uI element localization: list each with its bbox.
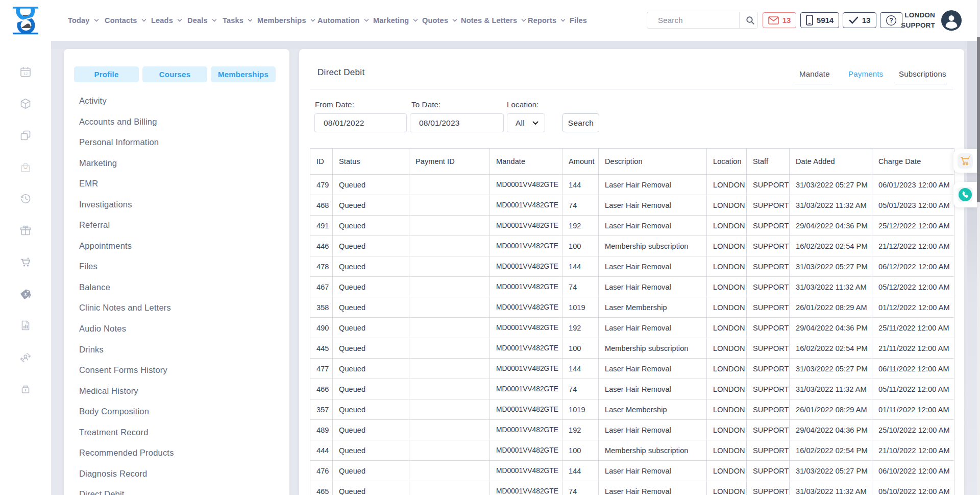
svg-text:12: 12	[23, 72, 28, 76]
svg-text:?: ?	[889, 17, 893, 24]
